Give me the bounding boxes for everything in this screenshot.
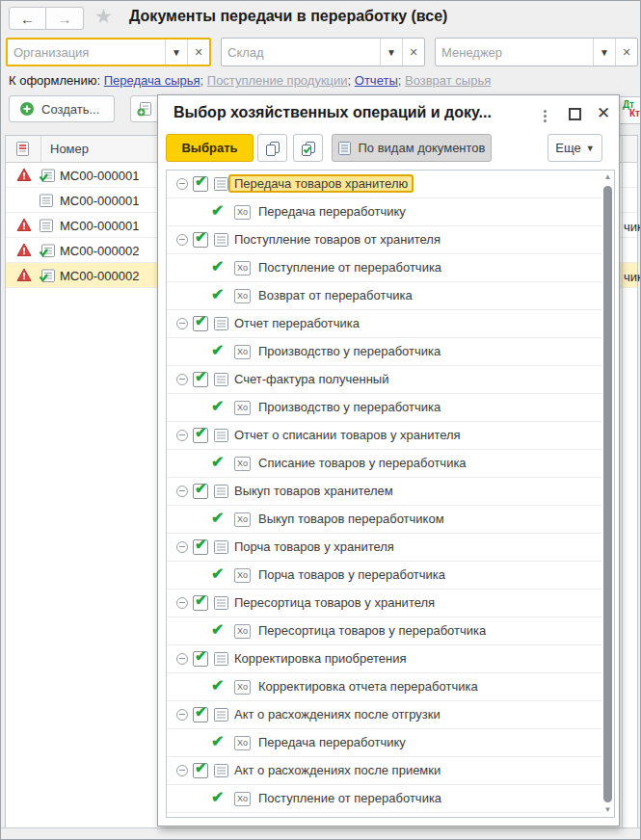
manager-clear-icon[interactable]: ✕ xyxy=(615,39,637,66)
dialog-close-icon[interactable]: ✕ xyxy=(597,103,610,123)
organization-clear-icon[interactable]: ✕ xyxy=(187,39,209,65)
tree-scrollbar[interactable]: ▲ ▼ xyxy=(601,171,614,817)
collapse-toggle-icon[interactable] xyxy=(176,765,188,776)
tree-item-row[interactable]: ✔ХоПоступление от переработчика xyxy=(167,785,601,813)
organization-dropdown-icon[interactable]: ▼ xyxy=(165,39,187,65)
tree-item-row[interactable]: ✔ХоПередача переработчику xyxy=(167,198,601,226)
checked-icon[interactable]: ✔ xyxy=(211,285,224,303)
tree-item-row[interactable]: ✔ХоВозврат от переработчика xyxy=(167,282,601,310)
group-checkbox[interactable]: ✔ xyxy=(193,595,208,611)
checked-icon[interactable]: ✔ xyxy=(211,732,224,750)
checked-icon[interactable]: ✔ xyxy=(211,397,224,415)
select-button[interactable]: Выбрать xyxy=(166,134,254,162)
tree-group-label: Корректировка приобретения xyxy=(234,651,406,666)
tree-group-row[interactable]: ✔Отчет переработчика xyxy=(167,310,601,338)
collapse-toggle-icon[interactable] xyxy=(176,234,188,246)
link-reports[interactable]: Отчеты xyxy=(355,73,398,88)
checked-icon[interactable]: ✔ xyxy=(211,257,224,276)
dialog-menu-icon[interactable] xyxy=(538,106,551,125)
dialog-maximize-icon[interactable] xyxy=(569,108,581,120)
tree-item-row[interactable]: ✔ХоВыкуп товаров переработчиком xyxy=(167,506,601,534)
checked-icon[interactable]: ✔ xyxy=(211,788,224,806)
link-product-receipt: Поступление продукции xyxy=(207,73,348,88)
forward-button[interactable]: → xyxy=(46,7,84,30)
collapse-toggle-icon[interactable] xyxy=(176,653,188,665)
checked-icon[interactable]: ✔ xyxy=(211,201,224,220)
collapse-toggle-icon[interactable] xyxy=(176,374,188,385)
collapse-toggle-icon[interactable] xyxy=(176,709,188,721)
document-type-icon xyxy=(213,484,229,502)
tree-group-row[interactable]: ✔Акт о расхождениях после приемки xyxy=(167,757,601,785)
show-postings-button[interactable]: Дт Кт xyxy=(618,96,641,124)
checked-icon[interactable]: ✔ xyxy=(211,341,224,359)
check-all-button[interactable] xyxy=(293,134,323,162)
tree-group-row[interactable]: ✔Выкуп товаров хранителем xyxy=(167,478,601,506)
tree-item-row[interactable]: ✔ХоПроизводство у переработчика xyxy=(167,394,601,422)
tree-item-row[interactable]: ✔ХоПередача переработчику xyxy=(167,729,601,757)
favorite-star-icon[interactable]: ★ xyxy=(94,5,113,28)
tree-item-row[interactable]: ✔ХоСписание товаров у переработчика xyxy=(167,450,601,478)
collapse-toggle-icon[interactable] xyxy=(176,541,188,553)
tree-item-row[interactable]: ✔ХоКорректировка отчета переработчика xyxy=(167,673,601,701)
checked-icon[interactable]: ✔ xyxy=(211,816,224,817)
checked-icon[interactable]: ✔ xyxy=(211,620,224,639)
group-checkbox[interactable]: ✔ xyxy=(193,651,208,667)
document-type-icon xyxy=(213,232,229,250)
group-checkbox[interactable]: ✔ xyxy=(193,763,208,778)
manager-dropdown-icon[interactable]: ▼ xyxy=(593,39,615,66)
operation-icon: Хо xyxy=(234,457,251,471)
operation-icon: Хо xyxy=(234,289,251,303)
group-checkbox[interactable]: ✔ xyxy=(193,707,208,722)
copy-list-button[interactable] xyxy=(257,134,287,162)
create-by-copy-button[interactable] xyxy=(130,95,159,122)
tree-item-row[interactable]: ✔ХоПересортица товаров у переработчика xyxy=(167,617,601,645)
scroll-up-icon[interactable]: ▲ xyxy=(601,171,614,184)
group-checkbox[interactable]: ✔ xyxy=(193,539,208,555)
checked-icon[interactable]: ✔ xyxy=(211,564,224,583)
warehouse-clear-icon[interactable]: ✕ xyxy=(402,39,424,66)
collapse-toggle-icon[interactable] xyxy=(176,178,188,190)
group-checkbox[interactable]: ✔ xyxy=(193,428,208,443)
group-checkbox[interactable]: ✔ xyxy=(193,484,208,499)
group-checkbox[interactable]: ✔ xyxy=(193,232,208,248)
manager-input[interactable] xyxy=(436,39,593,66)
document-number: МС00-000001 xyxy=(60,169,139,183)
create-button[interactable]: Создать... xyxy=(9,95,115,122)
scroll-down-icon[interactable]: ▼ xyxy=(601,803,614,817)
more-button[interactable]: Еще ▼ xyxy=(548,134,602,162)
tree-item-row[interactable]: ✔ХоПроизводство у переработчика xyxy=(167,338,601,366)
organization-input[interactable] xyxy=(8,39,165,65)
warehouse-input[interactable] xyxy=(222,39,380,66)
back-button[interactable]: ← xyxy=(9,7,46,30)
tree-group-row[interactable]: ✔Корректировка приобретения xyxy=(167,645,601,673)
tree-item-row[interactable]: ✔ХоПорча товаров у переработчика xyxy=(167,562,601,590)
tree-group-row[interactable]: ✔Передача товаров хранителю xyxy=(167,171,601,198)
warehouse-dropdown-icon[interactable]: ▼ xyxy=(380,39,402,66)
operation-icon: Хо xyxy=(234,568,251,583)
by-document-types-toggle[interactable]: По видам документов xyxy=(332,134,492,162)
tree-item-label: Выкуп товаров переработчиком xyxy=(258,512,444,526)
tree-item-label: Передача переработчику xyxy=(258,204,406,219)
number-column-header[interactable]: Номер xyxy=(50,142,89,156)
tree-item-row[interactable]: ✔ХоПоступление от переработчика xyxy=(167,254,601,282)
group-checkbox[interactable]: ✔ xyxy=(193,372,208,387)
checked-icon[interactable]: ✔ xyxy=(211,453,224,471)
checked-icon[interactable]: ✔ xyxy=(211,676,224,695)
tree-group-row[interactable]: ✔Порча товаров у хранителя xyxy=(167,534,601,562)
tree-group-row[interactable]: ✔Отчет о списании товаров у хранителя xyxy=(167,422,601,450)
collapse-toggle-icon[interactable] xyxy=(176,318,188,329)
collapse-toggle-icon[interactable] xyxy=(176,597,188,609)
collapse-toggle-icon[interactable] xyxy=(176,430,188,441)
group-checkbox[interactable]: ✔ xyxy=(193,316,208,331)
group-checkbox[interactable]: ✔ xyxy=(193,176,208,192)
tree-group-row[interactable]: ✔Акт о расхождениях после отгрузки xyxy=(167,701,601,729)
tree-group-row[interactable]: ✔Счет-фактура полученный xyxy=(167,366,601,394)
tree-group-row[interactable]: ✔Поступление товаров от хранителя xyxy=(167,226,601,254)
document-icon xyxy=(39,218,54,236)
checked-icon[interactable]: ✔ xyxy=(211,509,224,527)
link-raw-transfer[interactable]: Передача сырья xyxy=(104,73,200,88)
tree-item-row[interactable]: ✔Хо xyxy=(167,813,601,817)
tree-group-row[interactable]: ✔Пересортица товаров у хранителя xyxy=(167,590,601,617)
collapse-toggle-icon[interactable] xyxy=(176,486,188,497)
scrollbar-thumb[interactable] xyxy=(603,186,612,802)
